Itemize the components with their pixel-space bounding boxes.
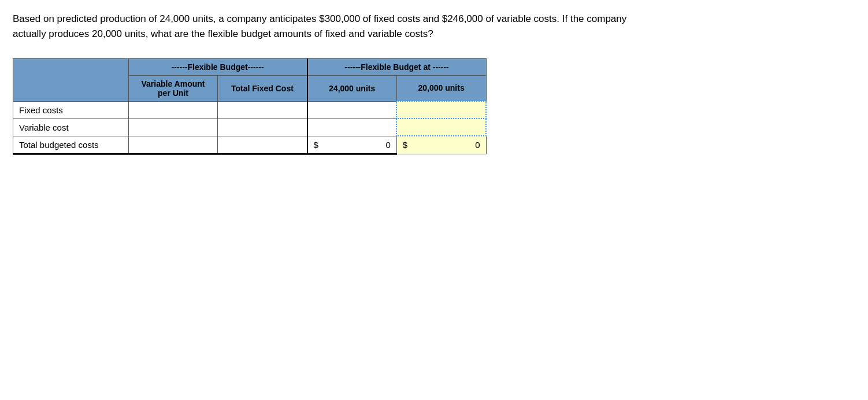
value-24000: 0 bbox=[385, 140, 390, 150]
header-24000-units: 24,000 units bbox=[307, 75, 397, 101]
fixed-costs-total-fixed[interactable] bbox=[218, 101, 307, 118]
label-total-budgeted: Total budgeted costs bbox=[13, 136, 129, 154]
label-fixed-costs: Fixed costs bbox=[13, 101, 129, 118]
header-variable-amount: Variable Amount per Unit bbox=[128, 75, 218, 101]
variable-cost-total-fixed[interactable] bbox=[218, 118, 307, 136]
label-variable-cost: Variable cost bbox=[13, 118, 129, 136]
total-fixed-cost bbox=[218, 136, 307, 154]
header-row-group: ------Flexible Budget------ ------Flexib… bbox=[13, 58, 487, 75]
fixed-costs-20000[interactable] bbox=[396, 101, 486, 118]
value-20000: 0 bbox=[475, 140, 480, 150]
row-variable-cost: Variable cost bbox=[13, 118, 487, 136]
header-flexible-budget-at: ------Flexible Budget at ------ bbox=[307, 58, 486, 75]
table-wrapper: ------Flexible Budget------ ------Flexib… bbox=[13, 58, 855, 155]
header-20000-units: 20,000 units bbox=[396, 75, 486, 101]
variable-cost-20000[interactable] bbox=[396, 118, 486, 136]
total-24000[interactable]: $ 0 bbox=[307, 136, 397, 154]
row-fixed-costs: Fixed costs bbox=[13, 101, 487, 118]
header-total-fixed: Total Fixed Cost bbox=[218, 75, 307, 101]
total-variable-amount bbox=[128, 136, 218, 154]
fixed-costs-variable-amount[interactable] bbox=[128, 101, 218, 118]
fixed-costs-24000[interactable] bbox=[307, 101, 397, 118]
dollar-sign-24000: $ bbox=[314, 140, 318, 150]
dollar-sign-20000: $ bbox=[403, 140, 407, 150]
question-text: Based on predicted production of 24,000 … bbox=[13, 12, 648, 42]
header-empty bbox=[13, 58, 129, 75]
header-col-empty bbox=[13, 75, 129, 101]
variable-cost-24000[interactable] bbox=[307, 118, 397, 136]
row-total-budgeted: Total budgeted costs $ 0 $ 0 bbox=[13, 136, 487, 154]
total-20000[interactable]: $ 0 bbox=[396, 136, 486, 154]
header-flexible-budget: ------Flexible Budget------ bbox=[128, 58, 307, 75]
budget-table: ------Flexible Budget------ ------Flexib… bbox=[13, 58, 487, 155]
variable-cost-variable-amount[interactable] bbox=[128, 118, 218, 136]
header-row-cols: Variable Amount per Unit Total Fixed Cos… bbox=[13, 75, 487, 101]
